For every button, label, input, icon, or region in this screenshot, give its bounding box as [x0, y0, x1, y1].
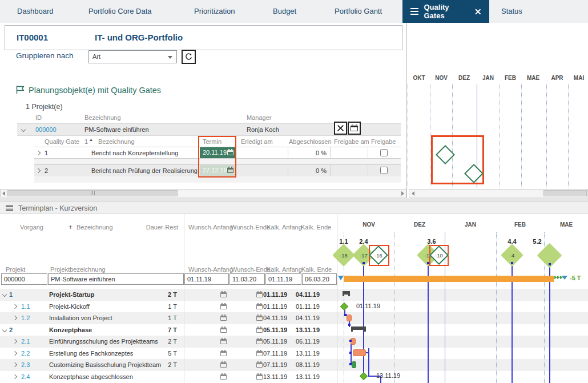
tab-quality-gates[interactable]: Quality Gates — [402, 0, 489, 23]
expand-chevron-icon[interactable] — [13, 351, 17, 356]
collapse-chevron-icon[interactable] — [2, 292, 7, 297]
flag-icon — [15, 84, 26, 98]
col-header-kalk-ende[interactable]: Kalk. Ende — [301, 224, 331, 231]
col-header-kalk-anfang[interactable]: Kalk. Anfang — [267, 224, 302, 231]
remove-filter-button[interactable] — [334, 122, 347, 135]
tab-portfolio-gantt[interactable]: Portfolio Gantt — [335, 0, 382, 23]
task-bar-2-3[interactable] — [352, 361, 356, 368]
calendar-icon[interactable] — [256, 316, 263, 321]
kalk-anfang-field[interactable]: 01.11.19 — [265, 273, 301, 285]
calendar-icon[interactable] — [256, 328, 263, 333]
col-header-vorgang[interactable]: Vorgang — [20, 224, 43, 231]
project-id-link[interactable]: 000000 — [35, 124, 57, 135]
col-header-quality-gate[interactable]: Quality Gate — [45, 138, 79, 145]
calendar-icon[interactable] — [256, 292, 263, 297]
calendar-button[interactable] — [348, 122, 361, 135]
col-header-wunsch-anfang[interactable]: Wunsch-Anfang — [188, 224, 233, 231]
expand-chevron-icon[interactable] — [13, 304, 17, 309]
expand-chevron-icon[interactable] — [13, 362, 17, 367]
task-kalk-anfang: 05.11.19 — [263, 324, 293, 336]
collapse-chevron-icon[interactable] — [21, 127, 26, 132]
task-dauer: 2 T — [137, 359, 177, 371]
sort-indicator: 1 — [84, 138, 88, 145]
project-name-field[interactable]: PM-Software einführen — [48, 273, 184, 285]
col-header-erledigt-am[interactable]: Erledigt am — [241, 138, 273, 145]
col-header-abgeschlossen[interactable]: Abgeschlossen — [289, 138, 332, 145]
task-row-2[interactable]: 2 Konzeptphase 7 T 05.11.19 13.11.19 — [0, 324, 588, 336]
calendar-icon[interactable] — [256, 362, 263, 368]
col-header-dauer-rest[interactable]: Dauer-Rest — [137, 224, 178, 231]
kalk-ende-field[interactable]: 06.03.20 — [302, 273, 337, 285]
calendar-icon[interactable] — [220, 292, 227, 297]
task-row-2-4[interactable]: 2.4 Konzeptphase abgeschlossen 13.11.19 … — [0, 371, 588, 383]
add-task-button[interactable]: + — [69, 223, 73, 231]
task-row-2-3[interactable]: 2.3 Customizing Basisschulung Projekttea… — [0, 359, 588, 371]
task-row-2-2[interactable]: 2.2 Erstellung des Fachkonzeptes 5 T 07.… — [0, 348, 588, 360]
calendar-icon[interactable] — [220, 339, 227, 344]
calendar-icon[interactable] — [220, 362, 227, 368]
tab-portfolio-core-data[interactable]: Portfolio Core Data — [88, 0, 152, 23]
scrollbar-thumb[interactable] — [7, 190, 178, 196]
right-horizontal-scrollbar[interactable] — [409, 189, 588, 197]
task-bar-2-2[interactable] — [353, 349, 366, 356]
group-by-select[interactable]: Art — [88, 50, 177, 63]
bar-end-marker — [562, 276, 567, 280]
task-bar-1-2[interactable] — [347, 315, 352, 321]
project-gantt-bar[interactable] — [344, 276, 554, 282]
task-row-2-1[interactable]: 2.1 Einführungsschulung des Projektteams… — [0, 336, 588, 348]
wunsch-ende-field[interactable]: 11.03.20 — [229, 273, 265, 285]
task-row-1-1[interactable]: 1.1 Projekt-Kickoff 1 T 01.11.19 01.11.1… — [0, 301, 588, 313]
calendar-icon[interactable] — [256, 374, 263, 380]
col-header-wunsch-ende[interactable]: Wunsch-Ende — [231, 224, 270, 231]
left-horizontal-scrollbar[interactable] — [0, 189, 406, 197]
tab-prioritization[interactable]: Prioritization — [194, 0, 235, 23]
milestone-diamond--18[interactable]: -18 — [332, 244, 355, 267]
tab-dashboard[interactable]: Dashboard — [17, 0, 54, 23]
col-header-gate-bezeichnung[interactable]: Bezeichnung — [98, 138, 135, 145]
calendar-icon[interactable] — [220, 328, 227, 333]
expand-chevron-icon[interactable] — [36, 151, 41, 155]
scroll-left-icon[interactable] — [2, 191, 5, 196]
freigabe-checkbox[interactable] — [380, 167, 388, 174]
terminplan-title: Terminplan - Kurzversion — [18, 204, 97, 212]
expand-chevron-icon[interactable] — [13, 339, 17, 344]
sort-asc-icon: ▲ — [89, 138, 93, 142]
calendar-icon[interactable] — [256, 339, 263, 344]
calendar-icon[interactable] — [220, 351, 227, 356]
expand-chevron-icon[interactable] — [13, 374, 17, 379]
pane-divider — [406, 23, 407, 198]
calendar-icon[interactable] — [220, 316, 227, 321]
scroll-right-icon[interactable] — [401, 191, 404, 196]
task-kalk-ende: 04.11.19 — [290, 312, 320, 324]
refresh-button[interactable] — [182, 50, 196, 64]
calendar-icon[interactable] — [220, 374, 227, 380]
task-nr: 2 — [9, 324, 13, 336]
collapse-chevron-icon[interactable] — [2, 328, 7, 332]
menu-icon[interactable] — [410, 8, 418, 15]
wunsch-anfang-field[interactable]: 01.11.19 — [184, 273, 229, 285]
col-header-freigabe-am[interactable]: Freigabe am — [334, 138, 369, 145]
month-gridline — [394, 232, 394, 383]
task-dauer: 5 T — [137, 348, 177, 360]
calendar-icon[interactable] — [220, 304, 227, 309]
mini-month-mai: MAI — [567, 75, 588, 81]
termin-highlight-box — [198, 136, 236, 178]
tab-status[interactable]: Status — [501, 0, 522, 23]
mini-month-okt: OKT — [408, 75, 430, 81]
close-icon[interactable] — [475, 9, 481, 15]
scrollbar-thumb[interactable] — [543, 190, 587, 196]
task-row-1[interactable]: 1 Projekt-Startup 2 T 01.11.19 04.11.19 — [0, 289, 588, 301]
calendar-icon[interactable] — [256, 351, 263, 356]
col-header-freigabe[interactable]: Freigabe — [371, 138, 396, 145]
task-row-1-2[interactable]: 1.2 Installation von Project 1 T 04.11.1… — [0, 312, 588, 324]
menu-icon[interactable] — [6, 205, 13, 211]
project-id-field[interactable]: 000000 — [1, 273, 47, 285]
gate-abgeschlossen: 0 % — [288, 147, 327, 159]
scroll-left-icon[interactable] — [412, 191, 414, 196]
freigabe-checkbox[interactable] — [380, 149, 388, 156]
col-header-bezeichnung[interactable]: Bezeichnung — [76, 224, 113, 231]
expand-chevron-icon[interactable] — [36, 168, 41, 173]
calendar-icon[interactable] — [256, 304, 263, 309]
expand-chevron-icon[interactable] — [13, 316, 17, 320]
tab-budget[interactable]: Budget — [273, 0, 296, 23]
